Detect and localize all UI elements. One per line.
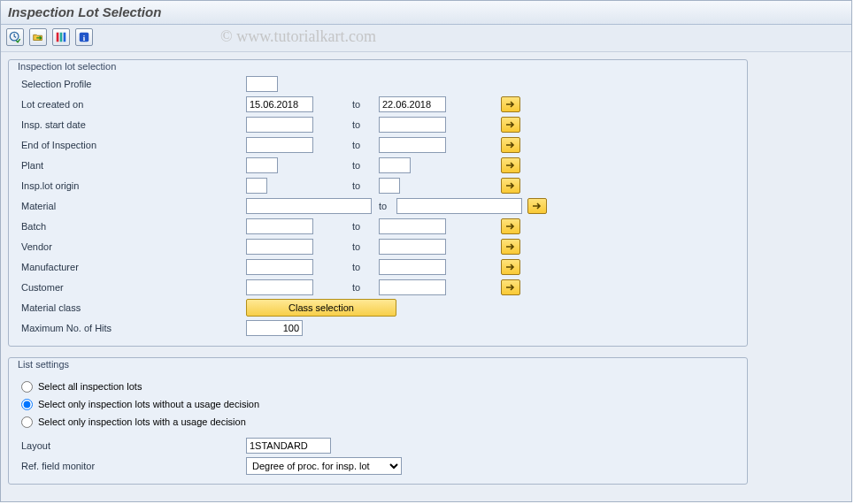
class-selection-button[interactable]: Class selection	[246, 299, 396, 317]
arrow-right-icon	[505, 263, 516, 271]
row-material-class: Material class Class selection	[18, 298, 738, 317]
label-start-date: Insp. start date	[18, 119, 246, 130]
input-origin-to[interactable]	[379, 178, 400, 194]
multi-origin[interactable]	[501, 178, 520, 194]
input-end-to[interactable]	[379, 137, 446, 153]
label-layout: Layout	[18, 440, 246, 451]
arrow-right-icon	[505, 181, 516, 190]
input-customer-to[interactable]	[379, 279, 446, 295]
clock-check-icon	[9, 31, 21, 43]
to-label-batch: to	[352, 221, 379, 232]
label-lot-created: Lot created on	[18, 99, 246, 110]
row-lot-created: Lot created on to	[18, 95, 738, 114]
get-variant-button[interactable]	[29, 28, 47, 46]
label-max-hits: Maximum No. of Hits	[18, 323, 246, 333]
row-customer: Customer to	[18, 278, 738, 297]
row-start-date: Insp. start date to	[18, 115, 738, 134]
to-label-end: to	[352, 140, 379, 150]
label-selection-profile: Selection Profile	[18, 79, 246, 89]
to-label-start: to	[352, 119, 379, 130]
arrow-right-icon	[532, 202, 542, 210]
input-plant-from[interactable]	[246, 157, 278, 173]
radio-without-ud[interactable]	[21, 399, 33, 410]
select-ref-monitor[interactable]: Degree of proc. for insp. lot	[246, 457, 402, 475]
multi-plant[interactable]	[501, 157, 520, 173]
row-vendor: Vendor to	[18, 237, 738, 256]
radio-label-1: Select all inspection lots	[38, 381, 142, 392]
row-max-hits: Maximum No. of Hits	[18, 318, 738, 338]
label-ref-monitor: Ref. field monitor	[18, 461, 246, 471]
row-material: Material to	[18, 196, 738, 216]
list-settings-group: List settings Select all inspection lots…	[8, 357, 748, 485]
multi-start[interactable]	[501, 117, 520, 133]
input-manufacturer-to[interactable]	[379, 259, 446, 275]
page-title: Inspection Lot Selection	[8, 4, 844, 19]
label-material: Material	[18, 201, 246, 211]
radio-row-1: Select all inspection lots	[18, 378, 738, 395]
input-start-from[interactable]	[246, 117, 313, 133]
row-layout: Layout	[18, 436, 738, 455]
label-customer: Customer	[18, 282, 246, 293]
to-label-plant: to	[352, 160, 379, 171]
color-bars-icon	[55, 31, 67, 43]
execute-button[interactable]	[6, 28, 24, 46]
input-lot-created-to[interactable]	[379, 96, 446, 112]
app-root: Inspection Lot Selection © www.tutorialk…	[1, 1, 851, 501]
arrow-right-icon	[505, 120, 516, 129]
input-origin-from[interactable]	[246, 178, 267, 194]
input-batch-to[interactable]	[379, 218, 446, 234]
row-ref-monitor: Ref. field monitor Degree of proc. for i…	[18, 456, 738, 476]
info-button[interactable]: i	[75, 28, 93, 46]
input-customer-from[interactable]	[246, 279, 313, 295]
multi-material[interactable]	[527, 198, 547, 214]
input-selection-profile[interactable]	[246, 76, 278, 92]
color-legend-button[interactable]	[52, 28, 70, 46]
arrow-right-icon	[505, 141, 516, 149]
multi-lot-created[interactable]	[501, 96, 520, 112]
input-material-from[interactable]	[246, 198, 372, 214]
radio-label-2: Select only inspection lots without a us…	[38, 399, 259, 409]
input-vendor-to[interactable]	[379, 239, 446, 255]
svg-rect-3	[64, 33, 66, 42]
arrow-right-icon	[505, 222, 516, 231]
multi-batch[interactable]	[501, 218, 520, 234]
to-label-vendor: to	[352, 241, 379, 252]
to-label-material: to	[379, 201, 396, 211]
label-plant: Plant	[18, 160, 246, 171]
input-max-hits[interactable]	[246, 320, 303, 336]
input-material-to[interactable]	[396, 198, 522, 214]
to-label-origin: to	[352, 180, 379, 191]
inspection-lot-selection-group: Inspection lot selection Selection Profi…	[8, 59, 748, 347]
row-plant: Plant to	[18, 156, 738, 175]
multi-end[interactable]	[501, 137, 520, 153]
radio-label-3: Select only inspection lots with a usage…	[38, 416, 246, 427]
label-material-class: Material class	[18, 302, 246, 313]
input-start-to[interactable]	[379, 117, 446, 133]
to-label-created: to	[352, 99, 379, 110]
row-manufacturer: Manufacturer to	[18, 257, 738, 277]
input-batch-from[interactable]	[246, 218, 313, 234]
radio-with-ud[interactable]	[21, 416, 33, 428]
multi-manufacturer[interactable]	[501, 259, 520, 275]
input-end-from[interactable]	[246, 137, 313, 153]
title-bar: Inspection Lot Selection	[1, 1, 851, 25]
row-end-date: End of Inspection to	[18, 135, 738, 155]
radio-row-3: Select only inspection lots with a usage…	[18, 413, 738, 431]
input-plant-to[interactable]	[379, 157, 411, 173]
to-label-manufacturer: to	[352, 262, 379, 272]
radio-row-2: Select only inspection lots without a us…	[18, 395, 738, 413]
content: Inspection lot selection Selection Profi…	[1, 52, 851, 502]
radio-select-all[interactable]	[21, 381, 33, 393]
arrow-right-icon	[505, 161, 516, 170]
input-layout[interactable]	[246, 438, 331, 454]
input-vendor-from[interactable]	[246, 239, 313, 255]
row-selection-profile: Selection Profile	[18, 74, 738, 94]
multi-vendor[interactable]	[501, 239, 520, 255]
to-label-customer: to	[352, 282, 379, 293]
arrow-right-icon	[505, 242, 516, 251]
input-lot-created-from[interactable]	[246, 96, 313, 112]
label-origin: Insp.lot origin	[18, 180, 246, 191]
input-manufacturer-from[interactable]	[246, 259, 313, 275]
toolbar: i	[1, 25, 851, 52]
multi-customer[interactable]	[501, 279, 520, 295]
